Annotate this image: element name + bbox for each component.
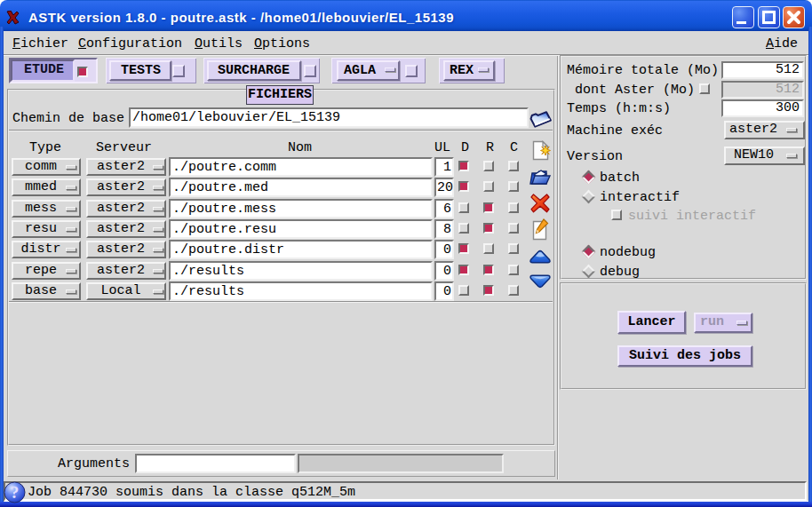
svg-text:?: ? [11,483,20,502]
